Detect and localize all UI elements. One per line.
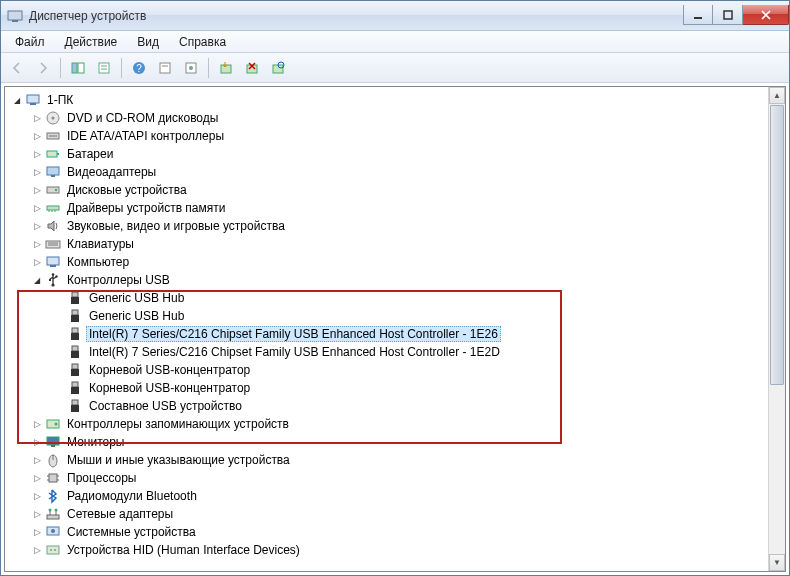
tree-container: ◢1-ПК▷DVD и CD-ROM дисководы▷IDE ATA/ATA… (4, 86, 786, 572)
tree-item-label: Мыши и иные указывающие устройства (64, 452, 293, 468)
tree-category[interactable]: ▷IDE ATA/ATAPI контроллеры (9, 127, 785, 145)
show-hide-tree-button[interactable] (66, 56, 90, 80)
svg-rect-48 (72, 328, 78, 333)
usb-icon (45, 272, 61, 288)
tree-category[interactable]: ▷Мыши и иные указывающие устройства (9, 451, 785, 469)
svg-rect-51 (71, 351, 79, 358)
collapse-icon[interactable]: ◢ (31, 274, 43, 286)
close-button[interactable] (743, 5, 789, 25)
computer-icon (45, 254, 61, 270)
expand-icon[interactable]: ▷ (31, 238, 43, 250)
tree-item-label: Intel(R) 7 Series/C216 Chipset Family US… (86, 326, 501, 342)
scroll-thumb[interactable] (770, 105, 784, 385)
nav-forward-button[interactable] (31, 56, 55, 80)
expand-icon[interactable]: ▷ (31, 130, 43, 142)
expand-icon[interactable]: ▷ (31, 112, 43, 124)
uninstall-button[interactable] (240, 56, 264, 80)
update-driver-button[interactable] (214, 56, 238, 80)
svg-rect-27 (47, 167, 59, 175)
collapse-icon[interactable]: ◢ (11, 94, 23, 106)
storage-icon (45, 416, 61, 432)
tree-device[interactable]: Intel(R) 7 Series/C216 Chipset Family US… (9, 325, 785, 343)
expand-icon[interactable]: ▷ (31, 148, 43, 160)
expand-icon[interactable]: ▷ (31, 256, 43, 268)
action-button-2[interactable] (179, 56, 203, 80)
expand-icon[interactable]: ▷ (31, 544, 43, 556)
scan-hardware-button[interactable] (266, 56, 290, 80)
svg-rect-49 (71, 333, 79, 340)
tree-category[interactable]: ▷Дисковые устройства (9, 181, 785, 199)
svg-rect-29 (47, 187, 59, 193)
svg-rect-47 (71, 315, 79, 322)
svg-rect-54 (72, 382, 78, 387)
tree-device[interactable]: Generic USB Hub (9, 307, 785, 325)
scroll-up-button[interactable]: ▲ (769, 87, 785, 104)
menu-view[interactable]: Вид (127, 33, 169, 51)
tree-item-label: Радиомодули Bluetooth (64, 488, 200, 504)
tree-category[interactable]: ▷Драйверы устройств памяти (9, 199, 785, 217)
tree-device[interactable]: Корневой USB-концентратор (9, 361, 785, 379)
expand-icon[interactable]: ▷ (31, 472, 43, 484)
tree-category[interactable]: ▷Батареи (9, 145, 785, 163)
svg-point-22 (52, 117, 55, 120)
tree-category[interactable]: ▷Компьютер (9, 253, 785, 271)
menu-file[interactable]: Файл (5, 33, 55, 51)
tree-category[interactable]: ◢Контроллеры USB (9, 271, 785, 289)
expand-icon[interactable]: ▷ (31, 526, 43, 538)
expand-icon[interactable]: ▷ (31, 202, 43, 214)
tree-device[interactable]: Составное USB устройство (9, 397, 785, 415)
expand-icon[interactable]: ▷ (31, 166, 43, 178)
tree-device[interactable]: Корневой USB-концентратор (9, 379, 785, 397)
minimize-button[interactable] (683, 5, 713, 25)
svg-rect-1 (12, 20, 18, 22)
tree-item-label: Драйверы устройств памяти (64, 200, 228, 216)
tree-category[interactable]: ▷Звуковые, видео и игровые устройства (9, 217, 785, 235)
maximize-button[interactable] (713, 5, 743, 25)
action-button-1[interactable] (153, 56, 177, 80)
keyboard-icon (45, 236, 61, 252)
tree-item-label: Дисковые устройства (64, 182, 190, 198)
expand-icon[interactable]: ▷ (31, 508, 43, 520)
computer-root-icon (25, 92, 41, 108)
tree-category[interactable]: ▷Контроллеры запоминающих устройств (9, 415, 785, 433)
expand-icon[interactable]: ▷ (31, 490, 43, 502)
tree-category[interactable]: ▷Радиомодули Bluetooth (9, 487, 785, 505)
tree-item-label: Мониторы (64, 434, 127, 450)
svg-rect-26 (57, 153, 59, 155)
tree-category[interactable]: ▷Устройства HID (Human Interface Devices… (9, 541, 785, 559)
content-area: ◢1-ПК▷DVD и CD-ROM дисководы▷IDE ATA/ATA… (1, 83, 789, 575)
properties-button[interactable] (92, 56, 116, 80)
expand-icon[interactable]: ▷ (31, 454, 43, 466)
scroll-down-button[interactable]: ▼ (769, 554, 785, 571)
vertical-scrollbar[interactable]: ▲ ▼ (768, 87, 785, 571)
tree-category[interactable]: ▷Сетевые адаптеры (9, 505, 785, 523)
tree-device[interactable]: Generic USB Hub (9, 289, 785, 307)
expand-icon[interactable]: ▷ (31, 436, 43, 448)
tree-category[interactable]: ▷DVD и CD-ROM дисководы (9, 109, 785, 127)
tree-item-label: Сетевые адаптеры (64, 506, 176, 522)
ide-icon (45, 128, 61, 144)
expand-icon[interactable]: ▷ (31, 418, 43, 430)
menu-help[interactable]: Справка (169, 33, 236, 51)
tree-category[interactable]: ▷Процессоры (9, 469, 785, 487)
menu-action[interactable]: Действие (55, 33, 128, 51)
toolbar-separator (121, 58, 122, 78)
svg-rect-76 (47, 546, 59, 554)
tree-category[interactable]: ▷Клавиатуры (9, 235, 785, 253)
tree-item-label: Корневой USB-концентратор (86, 380, 253, 396)
tree-item-label: Контроллеры USB (64, 272, 173, 288)
svg-rect-45 (71, 297, 79, 304)
svg-rect-41 (49, 279, 51, 281)
tree-category[interactable]: ▷Видеоадаптеры (9, 163, 785, 181)
expand-icon[interactable]: ▷ (31, 184, 43, 196)
expand-icon[interactable]: ▷ (31, 220, 43, 232)
tree-root[interactable]: ◢1-ПК (9, 91, 785, 109)
tree-category[interactable]: ▷Мониторы (9, 433, 785, 451)
help-button[interactable]: ? (127, 56, 151, 80)
device-tree[interactable]: ◢1-ПК▷DVD и CD-ROM дисководы▷IDE ATA/ATA… (5, 87, 785, 571)
svg-rect-3 (724, 11, 732, 19)
tree-category[interactable]: ▷Системные устройства (9, 523, 785, 541)
nav-back-button[interactable] (5, 56, 29, 80)
tree-device[interactable]: Intel(R) 7 Series/C216 Chipset Family US… (9, 343, 785, 361)
svg-rect-38 (47, 257, 59, 265)
